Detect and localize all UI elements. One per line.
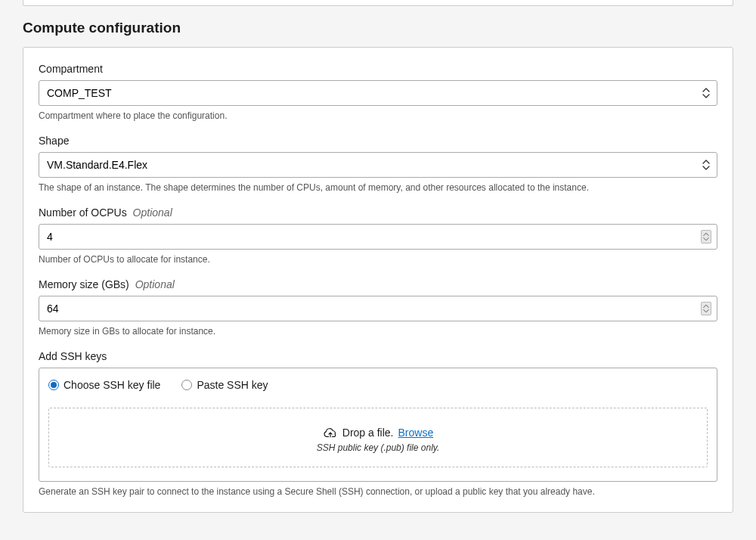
- shape-help: The shape of an instance. The shape dete…: [39, 182, 717, 193]
- ssh-group: Add SSH keys Choose SSH key file Paste S…: [39, 350, 717, 497]
- compute-config-card: Compartment COMP_TEST Compartment where …: [23, 47, 733, 513]
- section-title: Compute configuration: [23, 20, 733, 36]
- ocpus-input[interactable]: [39, 224, 717, 250]
- ssh-radio-paste[interactable]: Paste SSH key: [181, 379, 268, 391]
- ocpus-label-text: Number of OCPUs: [39, 206, 127, 219]
- memory-label: Memory size (GBs) Optional: [39, 278, 717, 290]
- memory-label-text: Memory size (GBs): [39, 278, 129, 290]
- shape-label: Shape: [39, 135, 717, 147]
- shape-group: Shape VM.Standard.E4.Flex The shape of a…: [39, 135, 717, 193]
- ssh-radio-choose-label: Choose SSH key file: [64, 379, 160, 391]
- ocpus-optional-tag: Optional: [133, 206, 172, 219]
- ssh-radio-choose-file[interactable]: Choose SSH key file: [48, 379, 160, 391]
- radio-icon: [48, 380, 59, 390]
- shape-select[interactable]: VM.Standard.E4.Flex: [39, 152, 717, 178]
- ssh-help: Generate an SSH key pair to connect to t…: [39, 486, 717, 497]
- ssh-box: Choose SSH key file Paste SSH key: [39, 368, 717, 482]
- radio-icon: [181, 380, 192, 390]
- ssh-label: Add SSH keys: [39, 350, 717, 362]
- cloud-upload-icon: [323, 427, 338, 439]
- ocpus-help: Number of OCPUs to allocate for instance…: [39, 254, 717, 265]
- shape-value: VM.Standard.E4.Flex: [47, 159, 147, 171]
- ocpus-group: Number of OCPUs Optional Number of OCPUs…: [39, 206, 717, 265]
- compartment-select[interactable]: COMP_TEST: [39, 80, 717, 106]
- dropzone-hint: SSH public key (.pub) file only.: [57, 442, 699, 453]
- ocpus-label: Number of OCPUs Optional: [39, 206, 717, 219]
- memory-help: Memory size in GBs to allocate for insta…: [39, 326, 717, 337]
- previous-card-stub: [23, 0, 733, 6]
- drop-text: Drop a file.: [342, 427, 394, 439]
- compartment-help: Compartment where to place the configura…: [39, 110, 717, 121]
- ssh-dropzone[interactable]: Drop a file. Browse SSH public key (.pub…: [48, 408, 708, 467]
- browse-link[interactable]: Browse: [398, 427, 434, 439]
- dropzone-line: Drop a file. Browse: [57, 427, 699, 439]
- compartment-label: Compartment: [39, 63, 717, 75]
- memory-optional-tag: Optional: [135, 278, 175, 290]
- memory-input[interactable]: [39, 296, 717, 321]
- ssh-radio-row: Choose SSH key file Paste SSH key: [48, 379, 708, 391]
- compartment-value: COMP_TEST: [47, 87, 112, 99]
- compartment-group: Compartment COMP_TEST Compartment where …: [39, 63, 717, 121]
- memory-group: Memory size (GBs) Optional Memory size i…: [39, 278, 717, 337]
- radio-dot-icon: [51, 382, 57, 388]
- ssh-radio-paste-label: Paste SSH key: [197, 379, 268, 391]
